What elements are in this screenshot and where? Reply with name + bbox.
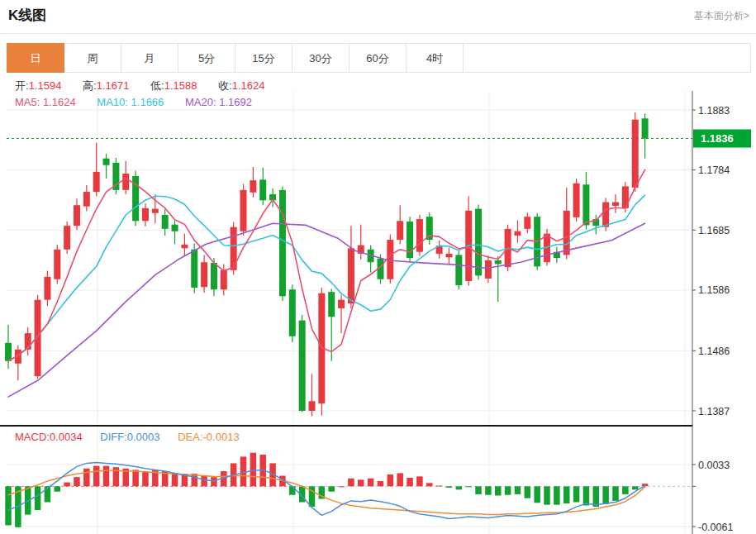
ma5-value: 1.1624	[43, 96, 76, 108]
ma20-label: MA20:	[185, 96, 216, 108]
close-value: 1.1624	[232, 79, 265, 92]
dea-label: DEA:	[178, 431, 202, 443]
page-title: K线图	[8, 6, 46, 25]
ma10-value: 1.1666	[131, 96, 164, 108]
svg-text:1.1883: 1.1883	[698, 105, 730, 117]
ma5-label: MA5:	[15, 96, 40, 108]
tab-60min[interactable]: 60分	[349, 43, 407, 73]
svg-text:1.1685: 1.1685	[698, 225, 730, 236]
ma-row: MA5: 1.1624 MA10: 1.1666 MA20: 1.1692	[15, 94, 283, 111]
tab-30min[interactable]: 30分	[292, 43, 349, 73]
macd-value: 0.0034	[50, 431, 83, 443]
tab-5min[interactable]: 5分	[178, 43, 235, 73]
fundamental-analysis-link[interactable]: 基本面分析>	[694, 9, 749, 23]
period-tab-bar: 日 周 月 5分 15分 30分 60分 4时	[7, 43, 751, 73]
svg-text:0.0033: 0.0033	[698, 460, 730, 471]
svg-text:1.1387: 1.1387	[698, 406, 730, 417]
kline-page: K线图 基本面分析> 日 周 月 5分 15分 30分 60分 4时 开:1.1…	[0, 0, 756, 534]
low-label: 低:	[150, 79, 164, 92]
diff-label: DIFF:	[100, 431, 127, 443]
tab-day[interactable]: 日	[7, 43, 64, 73]
diff-value: 0.0003	[127, 431, 160, 443]
svg-text:1.1784: 1.1784	[698, 164, 730, 176]
tab-week[interactable]: 周	[64, 43, 121, 73]
tab-month[interactable]: 月	[121, 43, 178, 73]
svg-text:-0.0061: -0.0061	[698, 522, 733, 533]
svg-text:1.1836: 1.1836	[701, 132, 734, 145]
high-label: 高:	[83, 79, 97, 92]
macd-label: MACD:	[15, 431, 50, 443]
dea-value: -0.0013	[203, 431, 240, 443]
macd-info: MACD:0.0034 DIFF:0.0003 DEA:-0.0013	[15, 431, 254, 443]
ohlc-info: 开:1.1594 高:1.1671 低:1.1588 收:1.1624 MA5:…	[15, 78, 283, 111]
tab-bar-filler	[463, 43, 751, 73]
close-label: 收:	[218, 79, 232, 92]
svg-text:1.1486: 1.1486	[698, 346, 730, 357]
tab-15min[interactable]: 15分	[235, 43, 292, 73]
tab-4hour[interactable]: 4时	[406, 43, 464, 73]
open-label: 开:	[15, 79, 29, 92]
high-value: 1.1671	[97, 79, 130, 92]
low-value: 1.1588	[164, 79, 197, 92]
open-value: 1.1594	[29, 79, 62, 92]
ohlc-row: 开:1.1594 高:1.1671 低:1.1588 收:1.1624	[15, 78, 283, 94]
ma10-label: MA10:	[97, 96, 128, 108]
candlestick-chart[interactable]: 1.18831.17841.16851.15861.14861.13871.18…	[0, 91, 756, 427]
ma20-value: 1.1692	[219, 96, 252, 108]
svg-text:1.1586: 1.1586	[698, 284, 730, 296]
title-divider	[0, 33, 756, 34]
